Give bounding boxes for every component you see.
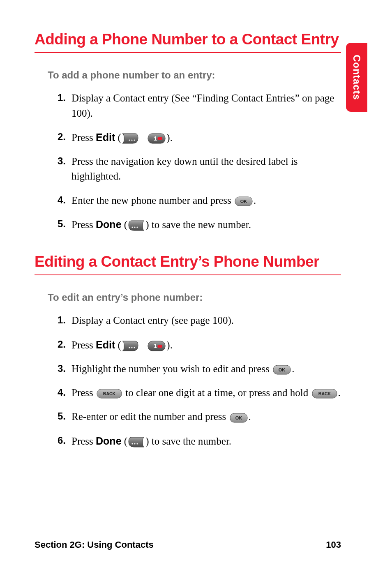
- step-text: Display a Contact entry (see page 100).: [71, 313, 341, 328]
- step-number: 4.: [53, 193, 71, 208]
- list-item: 1. Display a Contact entry (see page 100…: [53, 313, 341, 328]
- list-item: 4. Press BACK to clear one digit at a ti…: [53, 385, 341, 400]
- svg-text:BACK: BACK: [318, 391, 331, 396]
- step-text: Press BACK to clear one digit at a time,…: [71, 385, 341, 400]
- step-text: Press Edit ( 1).: [71, 337, 341, 353]
- list-item: 2. Press Edit ( 1).: [53, 130, 341, 145]
- list-item: 4. Enter the new phone number and press …: [53, 193, 341, 208]
- side-tab-label: Contacts: [351, 55, 362, 100]
- side-tab-contacts: Contacts: [346, 43, 367, 112]
- step-number: 3.: [53, 154, 71, 168]
- step-text: Press Done () to save the number.: [71, 434, 341, 449]
- step-number: 3.: [53, 362, 71, 376]
- svg-point-25: [137, 443, 138, 444]
- step-text: Re-enter or edit the number and press OK…: [71, 409, 341, 424]
- softkey-right-icon: [122, 133, 138, 144]
- list-item: 3. Highlight the number you wish to edit…: [53, 362, 341, 376]
- svg-text:BACK: BACK: [103, 391, 116, 396]
- heading-editing-number: Editing a Contact Entry’s Phone Number: [35, 252, 341, 275]
- steps-adding-number: 1. Display a Contact entry (See “Finding…: [53, 91, 341, 232]
- intro-adding-number: To add a phone number to an entry:: [48, 69, 341, 81]
- svg-text:OK: OK: [240, 199, 247, 204]
- step-text: Press Edit ( 1).: [71, 130, 341, 145]
- list-item: 1. Display a Contact entry (See “Finding…: [53, 91, 341, 121]
- key-back-icon: BACK: [312, 389, 337, 399]
- svg-point-0: [129, 140, 130, 141]
- svg-point-7: [132, 227, 133, 228]
- step-number: 1.: [53, 91, 71, 105]
- softkey-right-icon: [122, 341, 138, 351]
- intro-editing-number: To edit an entry’s phone number:: [48, 292, 341, 303]
- softkey-left-icon: [128, 220, 145, 231]
- page-content: Adding a Phone Number to a Contact Entry…: [35, 30, 341, 468]
- list-item: 3. Press the navigation key down until t…: [53, 154, 341, 184]
- list-item: 6. Press Done () to save the number.: [53, 434, 341, 449]
- svg-text:OK: OK: [279, 367, 286, 372]
- step-text: Highlight the number you wish to edit an…: [71, 362, 341, 376]
- svg-point-2: [134, 140, 135, 141]
- step-number: 5.: [53, 217, 71, 231]
- page-footer: Section 2G: Using Contacts 103: [35, 540, 341, 550]
- svg-point-1: [131, 140, 132, 141]
- list-item: 2. Press Edit ( 1).: [53, 337, 341, 353]
- svg-point-8: [134, 227, 136, 228]
- key-ok-icon: OK: [273, 365, 291, 375]
- footer-page-number: 103: [326, 540, 341, 550]
- list-item: 5. Press Done () to save the new number.: [53, 217, 341, 232]
- svg-text:1: 1: [154, 135, 157, 142]
- step-number: 4.: [53, 385, 71, 400]
- step-number: 5.: [53, 409, 71, 424]
- steps-editing-number: 1. Display a Contact entry (see page 100…: [53, 313, 341, 449]
- step-number: 2.: [53, 130, 71, 144]
- softkey-left-icon: [128, 437, 145, 447]
- key-1-icon: 1: [148, 133, 166, 144]
- step-number: 6.: [53, 434, 71, 448]
- key-1-icon: 1: [148, 341, 166, 351]
- svg-text:OK: OK: [235, 415, 242, 420]
- svg-point-9: [137, 227, 138, 228]
- step-text: Display a Contact entry (See “Finding Co…: [71, 91, 341, 121]
- list-item: 5. Re-enter or edit the number and press…: [53, 409, 341, 424]
- key-ok-icon: OK: [230, 413, 248, 423]
- step-text: Enter the new phone number and press OK.: [71, 193, 341, 208]
- step-text: Press the navigation key down until the …: [71, 154, 341, 184]
- svg-point-23: [132, 443, 133, 444]
- footer-section: Section 2G: Using Contacts: [35, 540, 154, 550]
- svg-point-11: [131, 347, 132, 348]
- heading-adding-number: Adding a Phone Number to a Contact Entry: [35, 30, 341, 53]
- step-text: Press Done () to save the new number.: [71, 217, 341, 232]
- svg-point-12: [134, 347, 135, 348]
- key-back-icon: BACK: [97, 389, 122, 399]
- step-number: 2.: [53, 337, 71, 352]
- svg-point-10: [129, 347, 130, 348]
- key-ok-icon: OK: [235, 196, 253, 206]
- svg-text:1: 1: [154, 342, 157, 349]
- step-number: 1.: [53, 313, 71, 327]
- svg-point-24: [134, 443, 136, 444]
